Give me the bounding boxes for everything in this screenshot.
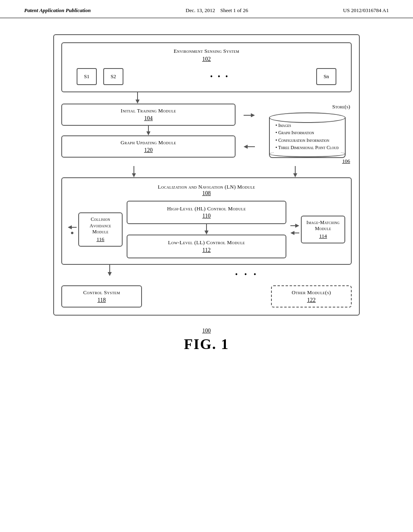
- other-modules-box: Other Module(s) 122: [271, 285, 352, 308]
- diagram-container: Environment Sensing System 102 S1 S2 • •…: [53, 34, 360, 353]
- arrow-env-to-initial: [61, 92, 352, 104]
- page-header: Patent Application Publication Dec. 13, …: [0, 0, 413, 18]
- hl-title: High-Level (HL) Control Module: [131, 206, 282, 212]
- control-system-number: 118: [68, 297, 136, 303]
- sensors-row: S1 S2 • • • Sn: [69, 68, 344, 85]
- graph-updating-box: Graph Updating Module 120: [61, 135, 236, 158]
- down-arrow-svg-2: [145, 126, 152, 135]
- store-items-list: Images Graph Information Configuration I…: [275, 122, 339, 152]
- sensors-dots: • • •: [130, 73, 310, 81]
- arrow-ln-to-control: [69, 265, 150, 276]
- hl-number: 110: [131, 213, 282, 219]
- header-publication-label: Patent Application Publication: [24, 7, 91, 14]
- svg-point-14: [71, 232, 73, 234]
- control-system-box: Control System 118: [61, 285, 142, 308]
- sensor-sn: Sn: [316, 68, 336, 85]
- outer-box: Environment Sensing System 102 S1 S2 • •…: [53, 34, 360, 316]
- collision-side: Collision Avoidance Module 116: [68, 201, 123, 259]
- collision-title: Collision Avoidance Module: [83, 216, 118, 235]
- ll-module-box: Low-Level (LL) Control Module 112: [127, 235, 286, 258]
- svg-marker-9: [132, 173, 136, 177]
- bottom-arrows-row: • • •: [61, 265, 352, 279]
- image-match-number: 114: [306, 233, 340, 239]
- bottom-dots: • • •: [150, 265, 344, 279]
- figure-label: 100 FIG. 1: [53, 328, 360, 353]
- initial-training-title: Initial Training Module: [68, 108, 229, 114]
- ln-inner: Collision Avoidance Module 116 High-Leve…: [68, 201, 345, 259]
- env-system-number: 102: [69, 56, 344, 62]
- graph-updating-number: 120: [68, 147, 229, 154]
- image-matching-box: Image-Matching Module 114: [301, 216, 345, 243]
- arrow-init-to-store: [244, 112, 255, 121]
- hl-image-arrows: [290, 223, 299, 236]
- sensor-s1: S1: [77, 68, 97, 85]
- arrow-store-to-graph: [244, 143, 255, 152]
- svg-marker-18: [295, 224, 299, 228]
- svg-marker-5: [251, 113, 255, 117]
- fig-number: 100: [53, 328, 360, 334]
- ll-title: Low-Level (LL) Control Module: [131, 239, 282, 246]
- svg-marker-1: [136, 100, 140, 104]
- collision-number: 116: [83, 236, 118, 243]
- hl-collision-arrows: [68, 224, 77, 234]
- cylinder-body: Images Graph Information Configuration I…: [269, 118, 346, 158]
- ln-module-box: Localization and Navigation (LN) Module …: [61, 177, 352, 265]
- graph-updating-title: Graph Updating Module: [68, 139, 229, 146]
- control-system-title: Control System: [68, 289, 136, 296]
- header-patent-number: US 2012/0316784 A1: [343, 7, 389, 14]
- collision-avoidance-box: Collision Avoidance Module 116: [78, 212, 123, 247]
- env-system-title: Environment Sensing System: [69, 48, 344, 54]
- store-number: 106: [263, 158, 352, 164]
- other-modules-number: 122: [277, 297, 345, 303]
- other-modules-title: Other Module(s): [277, 289, 345, 296]
- image-match-title: Image-Matching Module: [306, 220, 340, 232]
- svg-marker-16: [204, 231, 209, 235]
- middle-arrows: [244, 104, 255, 152]
- left-modules: Initial Training Module 104 Graph Updati…: [61, 104, 236, 158]
- sensor-s2: S2: [103, 68, 123, 85]
- store-container: Store(s) Images Graph Information Config…: [263, 104, 352, 166]
- initial-training-number: 104: [68, 115, 229, 122]
- arrow-store-to-ln: [255, 166, 336, 177]
- header-date: Dec. 13, 2012: [186, 7, 215, 13]
- arrow-initial-to-graph: [61, 126, 236, 135]
- arrows-to-ln: [61, 166, 352, 177]
- header-sheet: Sheet 1 of 26: [220, 7, 248, 13]
- initial-training-box: Initial Training Module 104: [61, 104, 236, 126]
- svg-marker-3: [146, 131, 150, 135]
- svg-marker-7: [244, 145, 248, 149]
- hl-ll-center: High-Level (HL) Control Module 110 Low-L…: [127, 201, 286, 259]
- arrow-hl-to-ll: [127, 224, 286, 235]
- cylinder-top: [269, 112, 346, 123]
- env-sensing-system-box: Environment Sensing System 102 S1 S2 • •…: [61, 42, 352, 92]
- fig-text: FIG. 1: [53, 336, 360, 353]
- svg-marker-22: [108, 272, 112, 276]
- middle-section: Initial Training Module 104 Graph Updati…: [61, 104, 352, 166]
- svg-marker-13: [68, 225, 72, 229]
- down-arrow-svg: [134, 92, 141, 104]
- arrow-graph-to-ln: [77, 166, 190, 177]
- svg-marker-20: [290, 231, 294, 235]
- ln-module-title: Localization and Navigation (LN) Module: [68, 184, 345, 190]
- bottom-row: Control System 118 Other Module(s) 122: [61, 285, 352, 308]
- svg-marker-11: [293, 173, 297, 177]
- ln-module-number: 108: [68, 190, 345, 197]
- store-item-config: Configuration Information: [275, 137, 339, 144]
- store-title: Store(s): [263, 104, 352, 110]
- store-item-graph: Graph Information: [275, 129, 339, 136]
- store-item-3d: Three Dimensional Point Cloud: [275, 144, 339, 151]
- image-match-side: Image-Matching Module 114: [290, 201, 345, 259]
- ll-number: 112: [131, 247, 282, 254]
- hl-module-box: High-Level (HL) Control Module 110: [127, 201, 286, 224]
- header-date-sheet: Dec. 13, 2012 Sheet 1 of 26: [186, 7, 248, 14]
- store-cylinder: Images Graph Information Configuration I…: [269, 112, 346, 158]
